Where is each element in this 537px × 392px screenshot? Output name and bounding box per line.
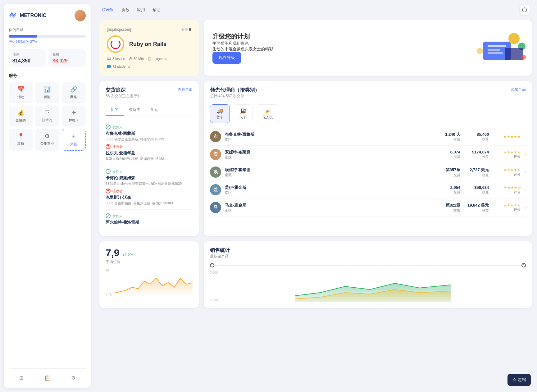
agent-rating-1: ★★★★★ — [493, 134, 521, 139]
network-icon: 🔗 — [70, 86, 77, 93]
service-activity[interactable]: 📅 活动 — [9, 82, 33, 103]
logo-icon — [9, 12, 17, 19]
course-title: Ruby on Rails — [129, 41, 166, 48]
customize-button[interactable]: ☆ 定制 — [507, 374, 531, 386]
service-insurance[interactable]: 📊 保险 — [35, 82, 59, 103]
category-tabs: 🚚 货车 🚂 火车 🚁 无人机 — [210, 104, 526, 123]
service-network[interactable]: 🔗 网络 — [62, 82, 86, 103]
lessons-icon: 📖 — [107, 57, 111, 61]
agent-rev-val-5: 19,842 美元 — [464, 203, 489, 208]
agent-row-5: 马 马文·麦金尼 南区 第822章 交货 19,842 美元 收益 ★★★★★ — [210, 199, 526, 217]
course-main: Ruby on Rails — [107, 35, 191, 53]
stars-5: ★★★★★ — [493, 203, 521, 207]
agent-arrow-4[interactable]: › — [524, 187, 526, 192]
agent-arrow-3[interactable]: › — [524, 170, 526, 175]
course-url-text: [biqubiqu.com] — [107, 27, 131, 32]
service-tech[interactable]: 🛡 技术的 — [35, 106, 59, 126]
expense-card: 花费 $8,029 — [49, 49, 86, 67]
insurance-icon: 📊 — [44, 86, 51, 93]
slider-left[interactable]: II — [210, 263, 214, 267]
avg-more-btn[interactable]: ··· — [189, 247, 193, 253]
agent-row-4: 盖 盖伊·霍金斯 南区 2,954 交货 $59,634 收益 ★★★★½ — [210, 181, 526, 199]
cat-train[interactable]: 🚂 火车 — [233, 104, 253, 123]
settings-icon[interactable]: ⚙ — [69, 374, 78, 382]
service-public[interactable]: ⚙ 公用事业 — [35, 129, 59, 151]
agent-region-5: 南区 — [225, 208, 438, 213]
progress-bar-bg — [9, 35, 86, 38]
agent-name-2: 安妮特·布莱克 — [225, 149, 438, 155]
agent-region-2: 南区 — [225, 155, 438, 160]
content-area: [biqubiqu.com] Ruby on Rails 📖 — [94, 20, 537, 392]
svg-rect-6 — [505, 48, 523, 60]
agent-rating-2: ★★★★★ 评分 — [493, 150, 521, 159]
service-hospitality[interactable]: 📍 款待 — [9, 129, 33, 151]
service-nursing[interactable]: ✈ 护理卡 — [62, 106, 86, 126]
sender-name-1: 布鲁克林·西蒙斯 — [106, 131, 193, 136]
agent-region-3: 南区 — [225, 173, 438, 177]
sales-title-group: 销售统计 最畅销产品 — [210, 247, 230, 262]
course-card: [biqubiqu.com] Ruby on Rails 📖 — [99, 20, 199, 76]
receiver-addr-2: 8502 普雷斯顿路, 英格尔伍德, 缅因州 98380 — [106, 201, 193, 206]
svg-point-7 — [477, 48, 483, 54]
cat-drone[interactable]: 🚁 无人机 — [256, 104, 279, 123]
stars-1: ★★★★★ — [493, 134, 521, 139]
tab-preparing[interactable]: 准备中 — [124, 104, 146, 116]
slider-right[interactable]: II — [521, 263, 526, 267]
delivery-subtitle: 56 次交付正在进行中 — [106, 93, 141, 99]
avatar[interactable] — [75, 10, 86, 21]
agent-rev-val-4: $59,634 — [464, 185, 489, 190]
receiver-role-2: 📍 接收者 — [106, 189, 193, 194]
students-icon: 👥 — [107, 64, 111, 68]
receiver-label-2: 接收者 — [112, 189, 123, 194]
upgrade-button[interactable]: 现在升级 — [212, 52, 241, 64]
agent-trans-label-4: 交货 — [442, 190, 460, 194]
add-product-button[interactable]: 添加产品 — [511, 87, 526, 92]
sidebar-header: METRONIC — [9, 10, 86, 21]
tab-shipping[interactable]: 船运 — [146, 104, 164, 116]
agent-name-5: 马文·麦金尼 — [225, 203, 438, 208]
sender-circle-3: ✓ — [106, 213, 111, 218]
drone-icon: 🚁 — [265, 108, 271, 114]
agent-rev-label-3: 收益 — [464, 173, 489, 177]
service-add[interactable]: + 添新 — [62, 129, 86, 151]
document-icon[interactable]: 📋 — [42, 374, 53, 382]
add-label: 添新 — [70, 142, 77, 147]
tech-label: 技术的 — [42, 118, 52, 122]
chat-icon[interactable] — [520, 5, 530, 15]
upgrade-desc: 平面插图和我们多色 生动的未混合紫色头发女士的精彩 — [212, 41, 273, 52]
agent-arrow-5[interactable]: › — [524, 205, 526, 210]
rating-label-4: 评分 — [493, 190, 521, 194]
agent-rev-1: $5,400 收益 — [464, 132, 489, 141]
students-value: 72 students — [112, 65, 130, 68]
layers-icon[interactable]: ⊞ — [17, 374, 26, 382]
agent-rev-label-5: 收益 — [464, 208, 489, 213]
expense-value: $8,029 — [52, 58, 82, 64]
expense-label: 花费 — [52, 52, 82, 57]
nav-dashboard[interactable]: 仪表板 — [102, 6, 114, 14]
agent-arrow-1[interactable]: › — [524, 134, 526, 139]
nursing-icon: ✈ — [71, 109, 76, 116]
avg-header: 7,9 +2.2% 平均位置 ··· — [106, 247, 193, 265]
view-all-btn[interactable]: 查看全部 — [178, 87, 193, 92]
avg-chart — [114, 267, 193, 298]
agent-region-4: 南区 — [225, 190, 438, 195]
course-dots — [181, 28, 191, 31]
goal-section: 你的目标 已达到目标的 37% — [9, 27, 86, 44]
tab-new[interactable]: 新的 — [106, 104, 124, 116]
agent-trans-2: 6,074 — [442, 150, 460, 154]
nav-help[interactable]: 帮助 — [152, 6, 161, 14]
nav-pages[interactable]: 页数 — [121, 6, 130, 14]
receiver-circle-2: 📍 — [106, 189, 111, 194]
receiver-addr-1: 星家大道2464号 梅萨, 新泽西州 45463 — [106, 157, 193, 161]
svg-rect-1 — [488, 45, 506, 47]
sales-more-btn[interactable]: ··· — [522, 247, 526, 253]
nav-apps[interactable]: 应用 — [137, 6, 145, 14]
logo-text: METRONIC — [20, 13, 46, 18]
agent-arrow-2[interactable]: › — [524, 152, 526, 157]
agent-rev-2: $174,074 收益 — [464, 150, 489, 159]
service-finance[interactable]: 💰 金融的 — [9, 106, 33, 126]
sender-name-3: 阿尔伯特·弗洛雷斯 — [106, 220, 193, 225]
cat-truck[interactable]: 🚚 货车 — [210, 104, 230, 123]
agent-name-1: 布鲁克林·西蒙斯 — [225, 132, 438, 137]
agents-card: 领先代理商（按类别） 总计 424,567 次交付 添加产品 🚚 货车 🚂 火车 — [204, 81, 532, 236]
